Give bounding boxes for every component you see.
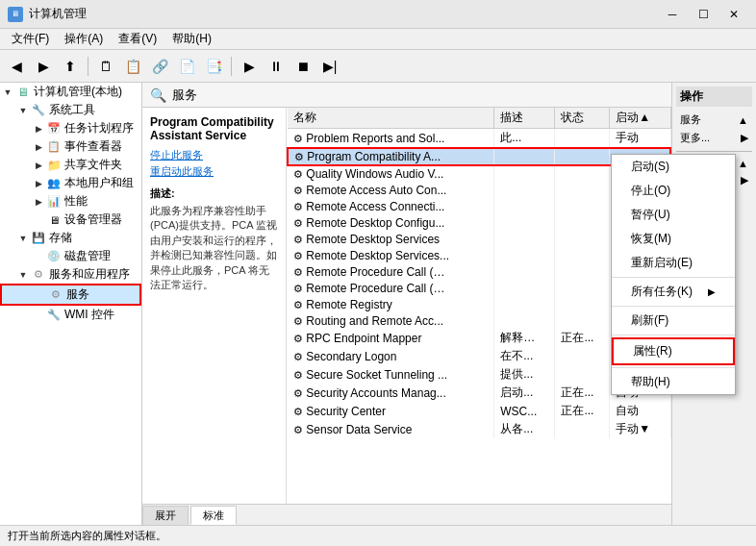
toolbar-btn-5[interactable]: 📑 (201, 54, 226, 79)
disk-icon: 💿 (46, 249, 62, 264)
ctx-resume-label: 恢复(M) (631, 231, 671, 247)
tree-shared-label: 共享文件夹 (64, 157, 122, 173)
system-tools-icon: 🔧 (31, 103, 46, 118)
svc-desc (494, 247, 555, 263)
svc-status: 正在... (555, 402, 610, 420)
tree-root[interactable]: ▼ 🖥 计算机管理(本地) (0, 83, 141, 101)
tree-expander-tasks: ▶ (31, 124, 46, 134)
tab-standard[interactable]: 标准 (190, 506, 237, 525)
restart-service-link[interactable]: 重启动此服务 (150, 164, 278, 179)
menu-view[interactable]: 查看(V) (111, 29, 164, 49)
ctx-help[interactable]: 帮助(H) (612, 370, 735, 394)
minimize-button[interactable]: ─ (658, 5, 687, 24)
tree-expander-svcapps: ▼ (15, 270, 31, 280)
table-row[interactable]: ⚙ Security Center WSC... 正在... 自动 (288, 402, 670, 420)
tree-storage-label: 存储 (49, 230, 72, 246)
tree-item-wmi[interactable]: 🔧 WMI 控件 (0, 306, 141, 324)
stop-service-link[interactable]: 停止此服务 (150, 148, 278, 162)
svc-status (555, 312, 610, 329)
menu-help[interactable]: 帮助(H) (164, 29, 219, 49)
computer-icon: 🖥 (15, 85, 31, 100)
svc-desc (494, 148, 555, 165)
svc-name: ⚙ Remote Procedure Call (… (288, 280, 494, 296)
step-button[interactable]: ▶| (317, 54, 342, 79)
tree-expander-svc (33, 290, 48, 300)
tree-item-tasks[interactable]: ▶ 📅 任务计划程序 (0, 119, 141, 137)
forward-button[interactable]: ▶ (31, 54, 56, 79)
action-services[interactable]: 服务 ▲ (676, 111, 752, 129)
col-name[interactable]: 名称 (288, 108, 494, 129)
svc-status (555, 347, 610, 365)
col-desc[interactable]: 描述 (494, 108, 555, 129)
wmi-icon: 🔧 (46, 308, 62, 323)
tree-item-users[interactable]: ▶ 👥 本地用户和组 (0, 174, 141, 192)
back-button[interactable]: ◀ (4, 54, 29, 79)
toolbar-btn-1[interactable]: 🗒 (93, 54, 118, 79)
maximize-button[interactable]: ☐ (689, 5, 718, 24)
menu-action[interactable]: 操作(A) (57, 29, 111, 49)
tree-item-disk[interactable]: 💿 磁盘管理 (0, 247, 141, 265)
tree-item-services[interactable]: ⚙ 服务 (0, 284, 141, 306)
svc-name: ⚙ Remote Desktop Configu... (288, 214, 494, 231)
svc-desc: 从各... (494, 420, 555, 438)
menu-bar: 文件(F) 操作(A) 查看(V) 帮助(H) (0, 29, 756, 50)
ctx-resume[interactable]: 恢复(M) (612, 227, 735, 251)
svc-name: ⚙ Remote Procedure Call (… (288, 263, 494, 280)
tab-expand[interactable]: 展开 (142, 506, 189, 525)
action-more-1[interactable]: 更多... ▶ (676, 129, 752, 147)
svc-startup: 手动▼ (610, 420, 670, 438)
up-button[interactable]: ⬆ (58, 54, 83, 79)
tree-disk-label: 磁盘管理 (64, 248, 111, 264)
svc-status (555, 296, 610, 312)
svc-desc: 提供... (494, 365, 555, 384)
ctx-restart[interactable]: 重新启动(E) (612, 251, 735, 275)
ctx-properties[interactable]: 属性(R) (612, 337, 735, 365)
table-row[interactable]: ⚙ Problem Reports and Sol... 此... 手动 (288, 129, 670, 149)
stop-button[interactable]: ⏹ (290, 54, 315, 79)
services-header: 🔍 服务 (142, 83, 671, 108)
svc-status (555, 365, 610, 384)
ctx-all-tasks[interactable]: 所有任务(K) ▶ (612, 280, 735, 304)
svc-status (555, 214, 610, 231)
services-content: Program Compatibility Assistant Service … (142, 108, 671, 504)
more-label-1: 更多... (680, 131, 710, 145)
app-icon: 🖥 (8, 7, 23, 22)
tree-perf-label: 性能 (64, 193, 88, 210)
ctx-pause[interactable]: 暂停(U) (612, 203, 735, 227)
tree-item-shared[interactable]: ▶ 📁 共享文件夹 (0, 156, 141, 174)
col-status[interactable]: 状态 (555, 108, 610, 129)
svc-desc (494, 182, 555, 198)
ctx-start-label: 启动(S) (631, 159, 669, 175)
tree-item-events[interactable]: ▶ 📋 事件查看器 (0, 137, 141, 156)
tree-expander-events: ▶ (31, 142, 46, 152)
tree-item-perf[interactable]: ▶ 📊 性能 (0, 192, 141, 211)
pause-button[interactable]: ⏸ (264, 54, 289, 79)
ctx-pause-label: 暂停(U) (631, 207, 670, 223)
toolbar-btn-3[interactable]: 🔗 (147, 54, 172, 79)
play-button[interactable]: ▶ (237, 54, 262, 79)
context-menu: 启动(S) 停止(O) 暂停(U) 恢复(M) 重新启动(E) 所有任务(K) … (611, 154, 736, 395)
tree-wmi-label: WMI 控件 (64, 307, 114, 323)
toolbar-btn-2[interactable]: 📋 (120, 54, 145, 79)
close-button[interactable]: ✕ (719, 5, 748, 24)
ctx-refresh[interactable]: 刷新(F) (612, 309, 735, 333)
svc-name: ⚙ Sensor Data Service (288, 420, 494, 438)
col-startup[interactable]: 启动▲ (610, 108, 670, 129)
ctx-start[interactable]: 启动(S) (612, 155, 735, 179)
tree-item-device[interactable]: 🖥 设备管理器 (0, 211, 141, 229)
svc-name: ⚙ Secondary Logon (288, 347, 494, 365)
table-row[interactable]: ⚙ Sensor Data Service 从各... 手动▼ (288, 420, 670, 438)
ctx-stop-label: 停止(O) (631, 183, 670, 199)
menu-file[interactable]: 文件(F) (4, 29, 57, 49)
tree-root-label: 计算机管理(本地) (34, 84, 122, 100)
tree-item-system-tools[interactable]: ▼ 🔧 系统工具 (0, 101, 141, 119)
toolbar-btn-4[interactable]: 📄 (174, 54, 199, 79)
svc-status (555, 198, 610, 214)
ctx-sep-3 (612, 335, 735, 335)
tree-item-services-apps[interactable]: ▼ ⚙ 服务和应用程序 (0, 265, 141, 284)
ctx-all-tasks-label: 所有任务(K) (631, 284, 693, 300)
perf-icon: 📊 (46, 194, 62, 210)
ctx-stop[interactable]: 停止(O) (612, 179, 735, 203)
tree-item-storage[interactable]: ▼ 💾 存储 (0, 229, 141, 247)
tree-expander-system: ▼ (15, 106, 31, 115)
